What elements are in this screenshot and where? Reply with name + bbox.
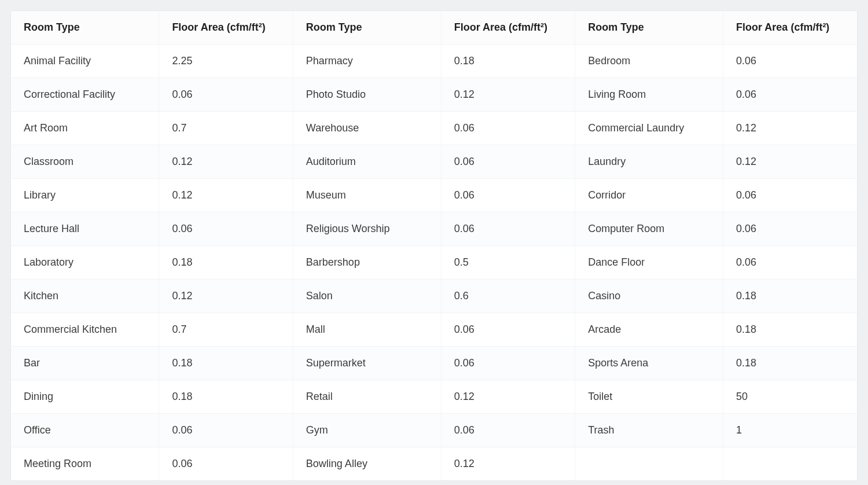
floor-area-cell: 0.12 bbox=[441, 380, 575, 414]
floor-area-cell bbox=[723, 447, 857, 481]
col-header-room-type-2: Room Type bbox=[293, 11, 441, 45]
table-row: Dining0.18Retail0.12Toilet50 bbox=[11, 380, 857, 414]
room-type-cell bbox=[575, 447, 723, 481]
table-row: Classroom0.12Auditorium0.06Laundry0.12 bbox=[11, 145, 857, 179]
floor-area-cell: 0.18 bbox=[159, 347, 293, 380]
floor-area-cell: 0.12 bbox=[159, 280, 293, 313]
room-type-cell: Supermarket bbox=[293, 347, 441, 380]
table-row: Laboratory0.18Barbershop0.5Dance Floor0.… bbox=[11, 246, 857, 280]
table-header: Room Type Floor Area (cfm/ft²) Room Type… bbox=[11, 11, 857, 45]
room-type-cell: Laundry bbox=[575, 145, 723, 179]
room-type-cell: Living Room bbox=[575, 78, 723, 112]
floor-area-cell: 0.06 bbox=[441, 112, 575, 145]
floor-area-cell: 0.18 bbox=[441, 45, 575, 78]
room-type-cell: Religious Worship bbox=[293, 212, 441, 246]
floor-area-cell: 0.7 bbox=[159, 112, 293, 145]
room-type-cell: Computer Room bbox=[575, 212, 723, 246]
room-type-cell: Toilet bbox=[575, 380, 723, 414]
floor-area-cell: 0.06 bbox=[441, 347, 575, 380]
col-header-room-type-1: Room Type bbox=[11, 11, 159, 45]
col-header-floor-area-2: Floor Area (cfm/ft²) bbox=[441, 11, 575, 45]
room-type-cell: Mall bbox=[293, 313, 441, 347]
floor-area-cell: 0.06 bbox=[723, 45, 857, 78]
floor-area-cell: 0.12 bbox=[159, 145, 293, 179]
room-type-cell: Lecture Hall bbox=[11, 212, 159, 246]
table-row: Lecture Hall0.06Religious Worship0.06Com… bbox=[11, 212, 857, 246]
room-type-cell: Bar bbox=[11, 347, 159, 380]
room-type-cell: Office bbox=[11, 414, 159, 447]
room-type-cell: Correctional Facility bbox=[11, 78, 159, 112]
room-type-cell: Gym bbox=[293, 414, 441, 447]
room-type-cell: Dance Floor bbox=[575, 246, 723, 280]
floor-area-cell: 0.06 bbox=[723, 179, 857, 212]
room-type-cell: Pharmacy bbox=[293, 45, 441, 78]
col-header-floor-area-3: Floor Area (cfm/ft²) bbox=[723, 11, 857, 45]
room-type-cell: Warehouse bbox=[293, 112, 441, 145]
room-type-cell: Meeting Room bbox=[11, 447, 159, 481]
floor-area-table: Room Type Floor Area (cfm/ft²) Room Type… bbox=[11, 11, 857, 480]
floor-area-cell: 0.18 bbox=[723, 313, 857, 347]
floor-area-cell: 0.12 bbox=[723, 112, 857, 145]
room-type-cell: Museum bbox=[293, 179, 441, 212]
floor-area-cell: 0.12 bbox=[723, 145, 857, 179]
room-type-cell: Classroom bbox=[11, 145, 159, 179]
floor-area-cell: 0.06 bbox=[441, 414, 575, 447]
room-type-cell: Photo Studio bbox=[293, 78, 441, 112]
room-type-cell: Bedroom bbox=[575, 45, 723, 78]
floor-area-cell: 0.06 bbox=[159, 78, 293, 112]
table-row: Commercial Kitchen0.7Mall0.06Arcade0.18 bbox=[11, 313, 857, 347]
table-body: Animal Facility2.25Pharmacy0.18Bedroom0.… bbox=[11, 45, 857, 481]
floor-area-cell: 0.12 bbox=[159, 179, 293, 212]
table-row: Art Room0.7Warehouse0.06Commercial Laund… bbox=[11, 112, 857, 145]
floor-area-table-container: Room Type Floor Area (cfm/ft²) Room Type… bbox=[10, 10, 858, 481]
room-type-cell: Library bbox=[11, 179, 159, 212]
table-row: Office0.06Gym0.06Trash1 bbox=[11, 414, 857, 447]
col-header-room-type-3: Room Type bbox=[575, 11, 723, 45]
room-type-cell: Casino bbox=[575, 280, 723, 313]
floor-area-cell: 1 bbox=[723, 414, 857, 447]
floor-area-cell: 0.06 bbox=[723, 246, 857, 280]
floor-area-cell: 0.5 bbox=[441, 246, 575, 280]
floor-area-cell: 0.12 bbox=[441, 78, 575, 112]
table-row: Library0.12Museum0.06Corridor0.06 bbox=[11, 179, 857, 212]
floor-area-cell: 2.25 bbox=[159, 45, 293, 78]
floor-area-cell: 0.06 bbox=[441, 179, 575, 212]
floor-area-cell: 0.6 bbox=[441, 280, 575, 313]
floor-area-cell: 0.06 bbox=[159, 447, 293, 481]
floor-area-cell: 0.18 bbox=[159, 380, 293, 414]
table-row: Correctional Facility0.06Photo Studio0.1… bbox=[11, 78, 857, 112]
table-row: Bar0.18Supermarket0.06Sports Arena0.18 bbox=[11, 347, 857, 380]
floor-area-cell: 0.06 bbox=[159, 212, 293, 246]
room-type-cell: Arcade bbox=[575, 313, 723, 347]
room-type-cell: Animal Facility bbox=[11, 45, 159, 78]
table-row: Meeting Room0.06Bowling Alley0.12 bbox=[11, 447, 857, 481]
room-type-cell: Commercial Kitchen bbox=[11, 313, 159, 347]
floor-area-cell: 0.12 bbox=[441, 447, 575, 481]
room-type-cell: Kitchen bbox=[11, 280, 159, 313]
table-header-row: Room Type Floor Area (cfm/ft²) Room Type… bbox=[11, 11, 857, 45]
room-type-cell: Laboratory bbox=[11, 246, 159, 280]
floor-area-cell: 50 bbox=[723, 380, 857, 414]
room-type-cell: Barbershop bbox=[293, 246, 441, 280]
room-type-cell: Auditorium bbox=[293, 145, 441, 179]
col-header-floor-area-1: Floor Area (cfm/ft²) bbox=[159, 11, 293, 45]
floor-area-cell: 0.06 bbox=[441, 145, 575, 179]
room-type-cell: Commercial Laundry bbox=[575, 112, 723, 145]
table-row: Animal Facility2.25Pharmacy0.18Bedroom0.… bbox=[11, 45, 857, 78]
floor-area-cell: 0.18 bbox=[723, 347, 857, 380]
floor-area-cell: 0.06 bbox=[159, 414, 293, 447]
room-type-cell: Trash bbox=[575, 414, 723, 447]
room-type-cell: Bowling Alley bbox=[293, 447, 441, 481]
room-type-cell: Art Room bbox=[11, 112, 159, 145]
floor-area-cell: 0.06 bbox=[441, 212, 575, 246]
room-type-cell: Corridor bbox=[575, 179, 723, 212]
floor-area-cell: 0.18 bbox=[723, 280, 857, 313]
floor-area-cell: 0.06 bbox=[723, 212, 857, 246]
floor-area-cell: 0.7 bbox=[159, 313, 293, 347]
room-type-cell: Salon bbox=[293, 280, 441, 313]
floor-area-cell: 0.18 bbox=[159, 246, 293, 280]
floor-area-cell: 0.06 bbox=[441, 313, 575, 347]
room-type-cell: Sports Arena bbox=[575, 347, 723, 380]
room-type-cell: Dining bbox=[11, 380, 159, 414]
table-row: Kitchen0.12Salon0.6Casino0.18 bbox=[11, 280, 857, 313]
